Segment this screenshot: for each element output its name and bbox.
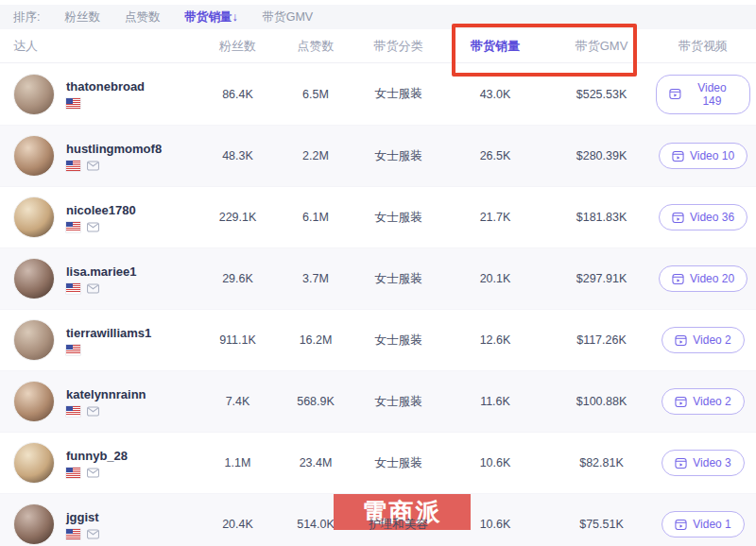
table-row[interactable]: katelynnrainn 7.4K 568.9K 女士服装 11.6K $10… xyxy=(0,370,756,432)
avatar[interactable] xyxy=(13,135,55,177)
category-value: 女士服装 xyxy=(353,148,443,164)
badges xyxy=(66,468,128,478)
sales-value: 10.6K xyxy=(443,518,547,531)
category-value: 女士服装 xyxy=(353,333,443,349)
table-row[interactable]: lisa.mariee1 29.6K 3.7M 女士服装 20.1K $297.… xyxy=(0,247,756,309)
table-row[interactable]: nicolee1780 229.1K 6.1M 女士服装 21.7K $181.… xyxy=(0,186,756,247)
likes-value: 514.0K xyxy=(278,518,353,531)
gmv-value: $181.83K xyxy=(547,211,656,224)
email-icon[interactable] xyxy=(87,529,99,539)
avatar[interactable] xyxy=(13,319,55,361)
video-icon xyxy=(672,212,684,224)
video-button[interactable]: Video 1 xyxy=(662,511,744,537)
video-button[interactable]: Video 3 xyxy=(662,450,744,476)
username[interactable]: tierrawilliams1 xyxy=(66,326,151,340)
avatar[interactable] xyxy=(13,442,55,484)
email-icon[interactable] xyxy=(87,222,99,232)
username[interactable]: hustlingmomof8 xyxy=(66,142,162,156)
avatar[interactable] xyxy=(13,74,55,115)
us-flag-icon xyxy=(66,529,80,539)
username[interactable]: jggist xyxy=(66,510,99,524)
username[interactable]: katelynnrainn xyxy=(66,387,146,401)
gmv-value: $117.26K xyxy=(547,333,656,347)
video-button-label: Video 36 xyxy=(690,211,734,224)
badges xyxy=(66,222,136,232)
sort-option[interactable]: 带货GMV xyxy=(263,9,313,26)
followers-value: 229.1K xyxy=(198,211,278,224)
table-row[interactable]: tierrawilliams1 911.1K 16.2M 女士服装 12.6K … xyxy=(0,309,756,370)
video-button[interactable]: Video 2 xyxy=(662,327,744,353)
video-button[interactable]: Video 10 xyxy=(659,143,747,169)
sort-bar: 排序: 粉丝数点赞数带货销量↓带货GMV xyxy=(0,5,756,29)
sales-value: 11.6K xyxy=(443,395,547,408)
category-value: 女士服装 xyxy=(353,271,443,287)
sort-options: 粉丝数点赞数带货销量↓带货GMV xyxy=(64,9,313,26)
influencer-cell: jggist xyxy=(13,503,198,545)
avatar[interactable] xyxy=(13,381,55,422)
badges xyxy=(66,406,146,417)
badges xyxy=(66,283,136,294)
user-meta: katelynnrainn xyxy=(66,387,146,417)
followers-value: 20.4K xyxy=(198,518,278,531)
gmv-value: $525.53K xyxy=(547,88,656,101)
video-button[interactable]: Video 36 xyxy=(659,204,747,230)
influencer-cell: katelynnrainn xyxy=(13,381,198,422)
column-header[interactable]: 粉丝数 xyxy=(198,38,278,55)
column-header[interactable]: 带货GMV xyxy=(547,38,656,55)
email-icon[interactable] xyxy=(87,283,99,294)
column-header[interactable]: 带货销量 xyxy=(443,38,547,55)
user-meta: nicolee1780 xyxy=(66,203,136,232)
influencer-cell: nicolee1780 xyxy=(13,196,198,238)
avatar[interactable] xyxy=(13,258,55,299)
video-cell: Video 2 xyxy=(656,327,750,353)
column-header[interactable]: 带货分类 xyxy=(353,38,443,55)
video-icon xyxy=(669,88,681,100)
column-header[interactable]: 达人 xyxy=(13,38,198,55)
username[interactable]: thatonebroad xyxy=(66,79,145,94)
table-row[interactable]: funnyb_28 1.1M 23.4M 女士服装 10.6K $82.81K xyxy=(0,432,756,493)
sort-option[interactable]: 粉丝数 xyxy=(64,9,100,26)
followers-value: 911.1K xyxy=(198,333,278,347)
sort-label: 排序: xyxy=(13,9,40,26)
influencer-cell: lisa.mariee1 xyxy=(13,258,198,299)
video-icon xyxy=(675,519,687,531)
category-value: 女士服装 xyxy=(353,210,443,226)
table-row[interactable]: jggist 20.4K 514.0K 护理和美容 10.6K $75.51K xyxy=(0,493,756,546)
followers-value: 1.1M xyxy=(198,456,278,469)
followers-value: 7.4K xyxy=(198,395,278,408)
gmv-value: $280.39K xyxy=(547,149,656,162)
username[interactable]: lisa.mariee1 xyxy=(66,264,136,279)
video-button-label: Video 149 xyxy=(687,81,737,108)
avatar[interactable] xyxy=(13,503,55,545)
video-button[interactable]: Video 20 xyxy=(659,265,747,292)
user-meta: tierrawilliams1 xyxy=(66,326,151,355)
gmv-value: $297.91K xyxy=(547,272,656,285)
category-value: 女士服装 xyxy=(353,86,443,102)
username[interactable]: nicolee1780 xyxy=(66,203,136,217)
avatar[interactable] xyxy=(13,196,55,238)
table-row[interactable]: hustlingmomof8 48.3K 2.2M 女士服装 26.5K $28… xyxy=(0,125,756,186)
table-row[interactable]: thatonebroad 86.4K 6.5M 女士服装 43.0K $525.… xyxy=(0,63,756,125)
email-icon[interactable] xyxy=(87,161,99,171)
sort-option[interactable]: 点赞数 xyxy=(125,9,161,26)
sales-value: 12.6K xyxy=(443,333,547,347)
video-icon xyxy=(675,334,687,347)
video-button[interactable]: Video 2 xyxy=(662,388,744,415)
us-flag-icon xyxy=(66,468,80,478)
sales-value: 20.1K xyxy=(443,272,547,285)
sort-option[interactable]: 带货销量↓ xyxy=(184,9,237,26)
email-icon[interactable] xyxy=(87,406,99,417)
username[interactable]: funnyb_28 xyxy=(66,449,128,463)
video-button[interactable]: Video 149 xyxy=(656,75,750,114)
column-header[interactable]: 点赞数 xyxy=(278,38,353,55)
video-cell: Video 3 xyxy=(656,450,750,476)
column-header[interactable]: 带货视频 xyxy=(656,38,750,55)
video-cell: Video 20 xyxy=(656,265,750,292)
email-icon[interactable] xyxy=(87,468,99,478)
likes-value: 2.2M xyxy=(278,149,353,162)
sales-value: 10.6K xyxy=(443,456,547,469)
video-button-label: Video 2 xyxy=(693,333,730,347)
table-body: thatonebroad 86.4K 6.5M 女士服装 43.0K $525.… xyxy=(0,63,756,546)
video-icon xyxy=(675,457,687,469)
video-cell: Video 149 xyxy=(656,75,750,114)
